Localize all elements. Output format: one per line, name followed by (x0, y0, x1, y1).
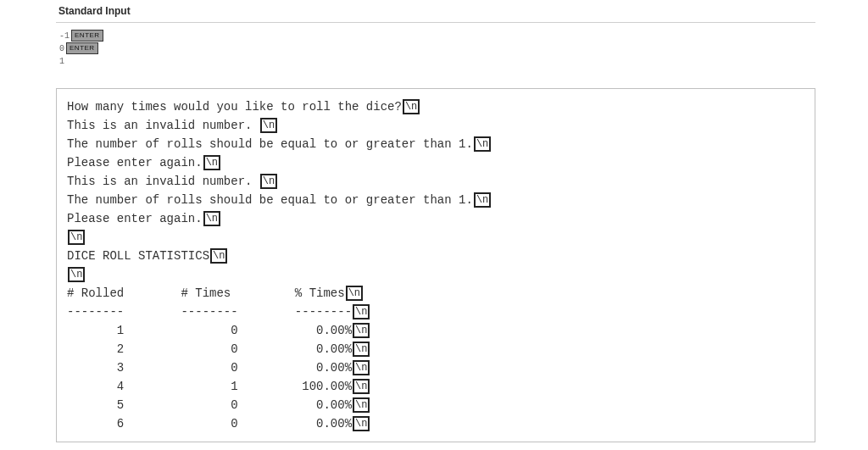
output-text: This is an invalid number. (67, 175, 259, 188)
output-text: # Rolled # Times % Times (67, 286, 345, 300)
newline-token: \n (260, 174, 277, 189)
program-output: How many times would you like to roll th… (67, 97, 804, 433)
output-text: 1 0 0.00% (67, 324, 352, 337)
newline-token: \n (353, 379, 370, 394)
output-text: 2 0 0.00% (67, 342, 352, 356)
output-line: How many times would you like to roll th… (67, 97, 804, 116)
input-text: 0 (59, 44, 64, 53)
newline-token: \n (353, 397, 370, 413)
newline-token: \n (68, 230, 85, 245)
newline-token: \n (353, 304, 370, 319)
output-line: The number of rolls should be equal to o… (67, 135, 804, 153)
output-line: DICE ROLL STATISTICS\n (67, 247, 804, 265)
newline-token: \n (474, 136, 491, 152)
newline-token: \n (346, 286, 363, 301)
output-text: Please enter again. (67, 212, 203, 225)
output-text: 5 0 0.00% (67, 398, 352, 412)
output-line: This is an invalid number. \n (67, 116, 804, 135)
output-line: This is an invalid number. \n (67, 172, 804, 191)
newline-token: \n (260, 118, 277, 133)
standard-input-block: -1ENTER 0ENTER 1 (59, 30, 815, 68)
output-text: 4 1 100.00% (67, 380, 352, 393)
output-text: This is an invalid number. (67, 119, 259, 132)
newline-token: \n (353, 342, 370, 357)
enter-badge: ENTER (71, 30, 103, 42)
divider (56, 22, 815, 23)
input-text: -1 (59, 31, 70, 41)
output-line: 2 0 0.00%\n (67, 340, 804, 358)
newline-token: \n (210, 248, 227, 264)
output-line: \n (67, 228, 804, 247)
newline-token: \n (403, 99, 420, 114)
output-line: # Rolled # Times % Times\n (67, 284, 804, 303)
output-line: 4 1 100.00%\n (67, 377, 804, 396)
enter-badge: ENTER (66, 42, 98, 54)
newline-token: \n (203, 211, 220, 226)
section-title: Standard Input (58, 5, 815, 17)
output-text: 3 0 0.00% (67, 361, 352, 375)
output-line: 6 0 0.00%\n (67, 414, 804, 433)
output-text: How many times would you like to roll th… (67, 100, 402, 114)
output-text: The number of rolls should be equal to o… (67, 137, 473, 151)
output-line: 5 0 0.00%\n (67, 396, 804, 414)
output-text: Please enter again. (67, 156, 203, 169)
newline-token: \n (68, 267, 85, 282)
newline-token: \n (203, 155, 220, 170)
newline-token: \n (353, 323, 370, 338)
output-text: The number of rolls should be equal to o… (67, 193, 473, 207)
output-text: -------- -------- -------- (67, 305, 352, 319)
newline-token: \n (474, 192, 491, 208)
input-line: -1ENTER (59, 30, 815, 42)
output-text: DICE ROLL STATISTICS (67, 249, 209, 263)
program-output-box: How many times would you like to roll th… (56, 88, 815, 442)
output-line: 1 0 0.00%\n (67, 321, 804, 340)
input-line: 0ENTER (59, 42, 815, 55)
output-line: 3 0 0.00%\n (67, 358, 804, 377)
output-line: Please enter again.\n (67, 153, 804, 172)
output-text: 6 0 0.00% (67, 417, 352, 431)
output-line: -------- -------- --------\n (67, 303, 804, 321)
output-line: Please enter again.\n (67, 209, 804, 228)
input-line: 1 (59, 55, 815, 68)
newline-token: \n (353, 416, 370, 431)
output-line: The number of rolls should be equal to o… (67, 191, 804, 209)
input-text: 1 (59, 57, 64, 66)
newline-token: \n (353, 360, 370, 375)
output-line: \n (67, 265, 804, 284)
